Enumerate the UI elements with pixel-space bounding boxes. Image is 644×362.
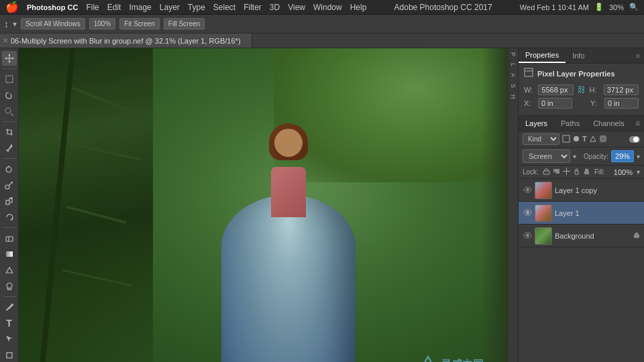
scroll-all-windows-button[interactable]: Scroll All Windows <box>21 18 85 29</box>
menu-layer[interactable]: Layer <box>160 3 180 12</box>
link-icon[interactable]: ⛓ <box>578 85 586 95</box>
menu-view[interactable]: View <box>288 3 305 12</box>
fill-chevron[interactable]: ▾ <box>637 168 640 176</box>
filter-text-icon[interactable]: T <box>582 135 587 144</box>
menu-help[interactable]: Help <box>350 3 367 12</box>
layer-item[interactable]: Layer 1 copy <box>519 179 644 202</box>
blend-mode-select[interactable]: Screen <box>523 149 570 163</box>
brush-tool[interactable] <box>2 178 17 192</box>
menu-image[interactable]: Image <box>129 3 151 12</box>
menu-bar: 🍎 Photoshop CC File Edit Image Layer Typ… <box>0 0 644 15</box>
healing-brush-tool[interactable] <box>2 162 17 176</box>
svg-line-2 <box>11 113 13 116</box>
svg-rect-32 <box>525 68 533 76</box>
layer-item[interactable]: Layer 1 <box>519 202 644 225</box>
layer-visibility-eye[interactable] <box>523 208 532 218</box>
filter-pixel-icon[interactable] <box>562 135 570 144</box>
text-tool[interactable]: T <box>2 316 17 330</box>
layer-visibility-eye[interactable] <box>523 186 532 195</box>
lock-position-icon[interactable] <box>573 168 580 176</box>
canvas-column: 灵 灵感中国 www.lingganchina.com ▶ 32.11% ▶ D… <box>19 48 508 362</box>
tab-layers[interactable]: Layers <box>519 117 554 130</box>
menu-window[interactable]: Window <box>313 3 342 12</box>
layer-visibility-eye[interactable] <box>523 231 532 241</box>
history-brush-tool[interactable] <box>2 210 17 225</box>
eraser-tool[interactable] <box>2 231 17 245</box>
styles-toggle[interactable]: S <box>510 84 517 88</box>
filter-shape-icon[interactable] <box>589 135 597 144</box>
tab-bar: ✕ 06-Multiply Screen with Blur in group.… <box>0 34 644 48</box>
blur-tool[interactable] <box>2 263 17 278</box>
active-tab[interactable]: ✕ 06-Multiply Screen with Blur in group.… <box>0 34 252 48</box>
svg-point-45 <box>526 188 529 191</box>
height-value[interactable]: 3712 px <box>604 84 639 95</box>
menu-3d[interactable]: 3D <box>270 3 280 12</box>
tab-channels[interactable]: Channels <box>586 117 631 130</box>
layers-panel-toggle[interactable]: L <box>510 63 517 66</box>
lock-artboard-icon[interactable] <box>563 168 570 176</box>
adjustments-toggle[interactable]: A <box>510 73 517 77</box>
clone-stamp-tool[interactable] <box>2 194 17 208</box>
lock-image-icon[interactable] <box>553 168 560 176</box>
tool-options-arrow: ↕ <box>4 19 9 29</box>
filter-toggle[interactable] <box>629 136 640 143</box>
opacity-value[interactable]: 29% <box>611 150 634 162</box>
tab-paths[interactable]: Paths <box>554 117 586 130</box>
history-toggle[interactable]: H <box>510 95 517 99</box>
filter-adjustment-icon[interactable] <box>572 135 580 144</box>
fill-screen-button[interactable]: Fill Screen <box>164 18 205 29</box>
filter-smartobj-icon[interactable] <box>599 135 607 144</box>
menu-filter[interactable]: Filter <box>244 3 262 12</box>
svg-rect-9 <box>6 200 9 204</box>
filter-icons: T <box>562 135 607 144</box>
x-value[interactable]: 0 in <box>538 98 572 109</box>
layer-name: Layer 1 copy <box>555 186 640 194</box>
quick-select-tool[interactable] <box>2 104 17 119</box>
menu-type[interactable]: Type <box>188 3 205 12</box>
zoom-level-button[interactable]: 100% <box>89 18 116 29</box>
fill-label: Fill: <box>594 168 605 176</box>
right-edge <box>482 48 508 362</box>
h-label: H: <box>590 86 600 94</box>
lock-transparent-icon[interactable] <box>543 168 550 176</box>
fit-screen-button[interactable]: Fit Screen <box>119 18 160 29</box>
gradient-tool[interactable] <box>2 247 17 261</box>
width-value[interactable]: 5568 px <box>538 84 573 95</box>
crop-tool[interactable] <box>2 125 17 139</box>
marquee-tool[interactable] <box>2 72 17 86</box>
search-icon[interactable]: 🔍 <box>629 3 639 11</box>
lock-label: Lock: <box>523 168 539 176</box>
move-tool[interactable] <box>2 51 17 66</box>
menu-file[interactable]: File <box>86 3 99 12</box>
svg-line-25 <box>39 48 72 362</box>
path-selection-tool[interactable] <box>2 332 17 347</box>
lock-all-icon[interactable] <box>583 168 590 176</box>
tab-properties[interactable]: Properties <box>519 48 566 63</box>
eyedropper-tool[interactable] <box>2 141 17 156</box>
menu-edit[interactable]: Edit <box>107 3 121 12</box>
properties-expand[interactable]: ≡ <box>632 50 644 62</box>
pen-tool[interactable] <box>2 300 17 314</box>
layer-thumbnail <box>535 204 552 222</box>
properties-panel: Properties Info ≡ Pixel Layer Properties… <box>519 48 644 116</box>
fill-value[interactable]: 100% <box>608 168 633 176</box>
svg-point-39 <box>557 170 558 171</box>
y-value[interactable]: 0 in <box>604 98 639 109</box>
tab-close[interactable]: ✕ <box>0 37 11 44</box>
layers-expand[interactable]: ≡ <box>631 116 644 131</box>
layer-item[interactable]: Background <box>519 225 644 247</box>
properties-panel-toggle[interactable]: P <box>510 52 517 56</box>
y-label: Y: <box>590 99 600 107</box>
lasso-tool[interactable] <box>2 88 17 103</box>
layer-name: Layer 1 <box>555 209 640 217</box>
opacity-chevron[interactable]: ▾ <box>637 153 640 160</box>
tab-label: 06-Multiply Screen with Blur in group.ne… <box>11 37 246 45</box>
dodge-tool[interactable] <box>2 279 17 294</box>
svg-point-47 <box>526 211 529 214</box>
menu-select[interactable]: Select <box>213 3 235 12</box>
tab-info[interactable]: Info <box>566 49 591 62</box>
canvas-area[interactable]: 灵 灵感中国 www.lingganchina.com <box>19 48 508 362</box>
shape-tool[interactable] <box>2 348 17 362</box>
svg-line-27 <box>69 143 140 160</box>
filter-kind-select[interactable]: Kind <box>523 133 559 145</box>
